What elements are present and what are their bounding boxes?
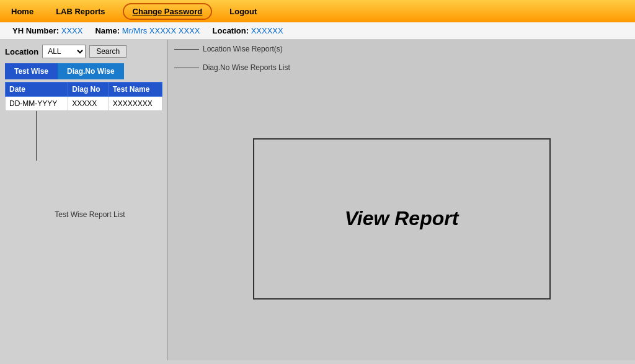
main-area: Location ALL Location1 Location2 Search … <box>0 40 635 360</box>
test-wise-report-label: Test Wise Report List <box>5 210 162 219</box>
left-panel: Location ALL Location1 Location2 Search … <box>0 40 167 360</box>
right-annotations: Location Wise Report(s) Diag.No Wise Rep… <box>174 45 635 82</box>
name-label: Name: <box>95 26 120 35</box>
yh-number-label: YH Number: <box>12 26 59 35</box>
location-label: Location: <box>213 26 249 35</box>
location-value: XXXXXX <box>251 26 283 35</box>
annotation-line-1 <box>174 49 199 50</box>
tabs: Test Wise Diag.No Wise <box>5 63 162 79</box>
nav-home[interactable]: Home <box>6 4 38 19</box>
report-table: Date Diag No Test Name DD-MM-YYYYXXXXXXX… <box>5 82 162 111</box>
view-report-text: View Report <box>345 207 459 230</box>
annotation-diag-no-wise: Diag.No Wise Reports List <box>174 63 635 72</box>
tab-diag-no-wise[interactable]: Diag.No Wise <box>58 63 124 79</box>
name-value: Mr/Mrs XXXXX XXXX <box>122 26 200 35</box>
nav-change-password[interactable]: Change Password <box>123 3 213 20</box>
annotation-location-wise: Location Wise Report(s) <box>174 45 635 53</box>
col-diag-no: Diag No <box>68 82 109 97</box>
annotation-location-wise-text: Location Wise Report(s) <box>203 45 283 53</box>
annotation-line-2 <box>174 68 199 68</box>
vert-line <box>36 111 37 161</box>
tab-test-wise[interactable]: Test Wise <box>5 63 58 79</box>
table-cell-test_name: XXXXXXXX <box>109 97 162 111</box>
location-field-label: Location <box>5 47 38 56</box>
search-button[interactable]: Search <box>89 45 127 58</box>
infobar: YH Number: XXXX Name: Mr/Mrs XXXXX XXXX … <box>0 22 635 40</box>
annotation-diag-no-wise-text: Diag.No Wise Reports List <box>203 63 290 72</box>
vert-line-container <box>5 111 162 161</box>
table-cell-date: DD-MM-YYYY <box>6 97 68 111</box>
right-panel: Location Wise Report(s) Diag.No Wise Rep… <box>168 40 635 360</box>
nav-logout[interactable]: Logout <box>224 4 262 19</box>
table-cell-diag_no: XXXXX <box>68 97 109 111</box>
navbar: Home LAB Reports Change Password Logout <box>0 0 635 22</box>
col-date: Date <box>6 82 68 97</box>
yh-number-value: XXXX <box>61 26 83 35</box>
col-test-name: Test Name <box>109 82 162 97</box>
nav-lab-reports[interactable]: LAB Reports <box>51 4 110 19</box>
location-row: Location ALL Location1 Location2 Search <box>5 45 162 58</box>
location-select[interactable]: ALL Location1 Location2 <box>42 45 86 58</box>
table-row[interactable]: DD-MM-YYYYXXXXXXXXXXXXX <box>6 97 162 111</box>
view-report-box[interactable]: View Report <box>253 138 551 300</box>
